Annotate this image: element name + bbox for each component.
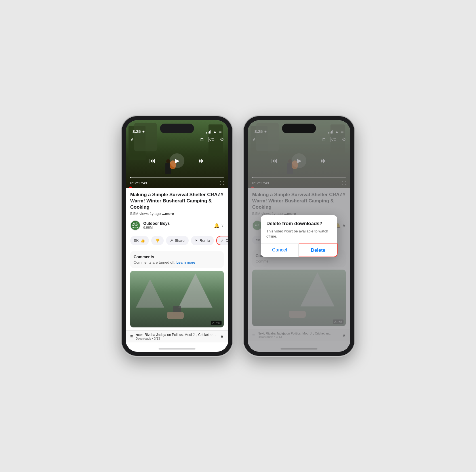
signal-icon-1	[206, 130, 211, 134]
time-row-1: 0:12 / 27:49 ⛶	[130, 181, 224, 185]
progress-fill-1	[130, 177, 131, 178]
home-indicator-1	[159, 348, 195, 350]
remix-icon: ✂	[195, 238, 198, 243]
bell-icon-1[interactable]: 🔔	[214, 223, 220, 228]
channel-name-1: Outdoor Boys	[143, 221, 214, 226]
status-icons-1: ▲ ▭	[206, 130, 222, 134]
phone-frame-2: 3:25 ✈ ▲ ▭	[244, 116, 354, 356]
battery-icon-1: ▭	[218, 130, 222, 134]
comments-text-1: Comments are turned off. Learn more	[134, 260, 220, 264]
separator-1: /	[137, 181, 138, 185]
bottom-player-info-1: Next: Rivaba Jadeja on Politics, Modi Ji…	[136, 333, 217, 340]
phone-screen-2: 3:25 ✈ ▲ ▭	[248, 120, 350, 352]
next-label-1: Next: Rivaba Jadeja on Politics, Modi Ji…	[136, 333, 217, 337]
downloaded-button-1[interactable]: ✓ Downloaded	[216, 236, 228, 245]
check-icon: ✓	[221, 238, 224, 243]
home-indicator-2	[281, 348, 317, 350]
dislike-button-1[interactable]: 👎	[151, 236, 164, 245]
settings-icon[interactable]: ⚙	[220, 137, 224, 142]
thumbs-down-icon: 👎	[155, 238, 160, 243]
video-meta-1: 5.5M views 1y ago ...more	[130, 211, 224, 216]
video-title-section-1: Making a Simple Survival Shelter CRAZY W…	[126, 188, 228, 218]
comments-title-1: Comments	[134, 255, 220, 259]
thumbnail-duration-1: 21:35	[211, 321, 222, 325]
share-button-1[interactable]: ↗ Share	[166, 236, 189, 245]
like-button-1[interactable]: 5K 👍	[130, 236, 149, 245]
channel-info-1: Outdoor Boys 6.96M	[143, 221, 214, 230]
phone-2: 3:25 ✈ ▲ ▭	[244, 116, 354, 356]
like-count-1: 5K	[134, 238, 139, 243]
phone-frame-1: 3:25 ✈ ▲ ▭	[122, 116, 232, 356]
fullscreen-icon-1[interactable]: ⛶	[220, 181, 224, 185]
chevron-icon-1[interactable]: ∨	[221, 223, 224, 227]
dialog-title: Delete from downloads?	[266, 221, 332, 227]
cast-icon[interactable]: ⊡	[200, 137, 204, 142]
video-center-controls-1: ⏮ ▶ ⏭	[130, 144, 224, 177]
comments-section-1: Comments Comments are turned off. Learn …	[130, 251, 224, 268]
dialog-message: This video won't be available to watch o…	[266, 229, 332, 239]
delete-button[interactable]: Delete	[299, 244, 338, 257]
next-button-1[interactable]: ⏭	[199, 157, 205, 164]
channel-subs-1: 6.96M	[143, 226, 214, 230]
channel-right-1: 🔔 ∨	[214, 223, 224, 228]
video-top-right-1: ⊡ CC ⚙	[200, 137, 224, 142]
video-bottom-controls-1: 0:12 / 27:49 ⛶	[130, 177, 224, 188]
video-title-1: Making a Simple Survival Shelter CRAZY W…	[130, 192, 224, 210]
bottom-source-1: Downloads • 3/13	[136, 337, 217, 340]
channel-avatar-1: OUTDOORBOYS	[130, 220, 140, 230]
share-icon: ↗	[170, 238, 173, 243]
action-buttons-row-1: 5K 👍 👎 ↗ Share ✂ Remix ✓	[126, 233, 228, 248]
wifi-icon-1: ▲	[213, 130, 217, 134]
total-time-1: 27:49	[138, 181, 220, 185]
phone-1: 3:25 ✈ ▲ ▭	[122, 116, 232, 356]
view-count-1: 5.5M views 1y ago	[130, 211, 161, 216]
video-top-left-1: ∨	[130, 137, 134, 142]
phone-screen-1: 3:25 ✈ ▲ ▭	[126, 120, 228, 352]
play-button-1[interactable]: ▶	[170, 153, 184, 168]
more-link-1[interactable]: ...more	[162, 211, 174, 216]
content-area-1: Making a Simple Survival Shelter CRAZY W…	[126, 188, 228, 352]
avatar-initials-1: OUTDOORBOYS	[132, 222, 138, 229]
progress-bar-1[interactable]	[130, 177, 224, 178]
thumbs-up-icon: 👍	[140, 238, 145, 243]
dialog-overlay: Delete from downloads? This video won't …	[248, 120, 350, 352]
delete-dialog: Delete from downloads? This video won't …	[261, 215, 337, 257]
thumbnail-scene-1	[130, 271, 224, 327]
playlist-icon-1: ≡	[130, 334, 133, 339]
remix-button-1[interactable]: ✂ Remix	[191, 236, 214, 245]
dynamic-island-1	[160, 124, 194, 133]
channel-row-1: OUTDOORBOYS Outdoor Boys 6.96M 🔔 ∨	[126, 218, 228, 233]
learn-more-link-1[interactable]: Learn more	[176, 260, 195, 264]
prev-button-1[interactable]: ⏮	[149, 157, 155, 164]
next-thumbnail-1[interactable]: 21:35	[130, 271, 224, 327]
cc-icon[interactable]: CC	[208, 137, 215, 142]
cancel-button[interactable]: Cancel	[261, 244, 299, 257]
chevron-down-icon[interactable]: ∨	[130, 137, 134, 142]
dialog-buttons: Cancel Delete	[261, 244, 337, 257]
status-time-1: 3:25	[132, 129, 141, 134]
bottom-player-1[interactable]: ≡ Next: Rivaba Jadeja on Politics, Modi …	[126, 330, 228, 342]
expand-icon-1[interactable]: ∧	[220, 333, 224, 340]
current-time-1: 0:12	[130, 181, 137, 185]
